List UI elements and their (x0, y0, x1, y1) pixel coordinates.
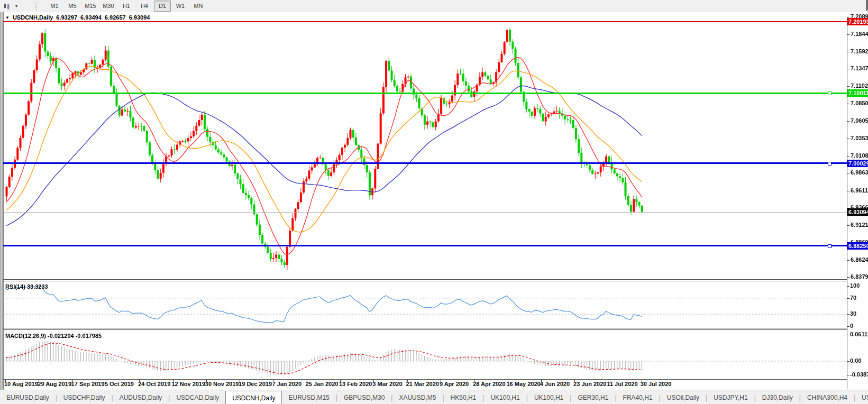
chart-tab-xauusd-m5[interactable]: XAUUSD,M5 (392, 390, 442, 404)
price-axis-label: 6.98630 (851, 169, 868, 176)
chart-tab-usdchf-daily[interactable]: USDCHF,Daily (57, 390, 112, 404)
ohlc-high: 6.93494 (80, 14, 102, 21)
timeframe-toolbar: ▼ M1M5M15M30H1H4D1W1MN (0, 0, 868, 13)
timeframe-button-mn[interactable]: MN (190, 1, 207, 12)
price-chart-canvas[interactable] (3, 22, 847, 279)
macd-pane-bottom-border (3, 379, 847, 380)
date-axis-label: 9 Apr 2020 (440, 381, 469, 387)
chart-tab-uk100-h1[interactable]: UK100,H1 (528, 390, 570, 404)
macd-axis-label: 0.061119 (850, 331, 868, 337)
chart-tab-eurusd-daily[interactable]: EURUSD,Daily (0, 390, 56, 404)
chevron-down-icon[interactable]: ▼ (14, 4, 19, 8)
chart-window: ▼ USDCNH,Daily 6.93297 6.93494 6.92657 6… (0, 12, 868, 390)
rsi-axis-label: 30 (850, 310, 856, 317)
chart-tab-usoil-h[interactable]: USOil,H (855, 390, 868, 404)
chart-tab-hk50-h1[interactable]: HK50,H1 (444, 390, 483, 404)
horizontal-level-line[interactable] (3, 93, 847, 94)
date-axis-label: 12 Nov 2019 (172, 381, 206, 387)
timeframe-button-m5[interactable]: M5 (64, 1, 81, 12)
price-axis-tick (847, 104, 849, 104)
price-axis-tick (847, 156, 849, 157)
chart-tab-usoil-daily[interactable]: USOil,Daily (661, 390, 706, 404)
date-axis-label: 28 Apr 2020 (473, 381, 505, 387)
timeframe-button-h4[interactable]: H4 (136, 1, 153, 12)
timeframe-button-m1[interactable]: M1 (46, 1, 63, 12)
chart-tab-uk100-h1[interactable]: UK100,H1 (484, 390, 526, 404)
price-axis-label: 7.11020 (851, 82, 868, 89)
rsi-indicator-canvas[interactable] (3, 281, 847, 328)
horizontal-level-line[interactable] (3, 162, 847, 164)
price-level-badge: 7.20193 (847, 18, 868, 25)
chart-tab-ger30-h1[interactable]: GER30,H1 (571, 390, 615, 404)
chart-tab-gbpusd-m30[interactable]: GBPUSD,M30 (337, 390, 391, 404)
line-drag-marker[interactable] (828, 91, 832, 95)
rsi-axis-tick (847, 298, 849, 299)
rsi-axis-tick (847, 326, 849, 327)
chart-tool-button[interactable]: ▼ (0, 0, 22, 12)
price-axis-label: 7.01080 (851, 152, 868, 159)
price-axis-tick (847, 225, 849, 226)
price-axis-tick (847, 17, 849, 17)
date-axis-label: 30 Nov 2019 (205, 381, 239, 387)
date-axis-label: 13 Feb 2020 (339, 381, 372, 387)
horizontal-level-line[interactable] (3, 245, 847, 246)
chart-tab-dj30-daily[interactable]: DJ30,Daily (756, 390, 799, 404)
date-axis-label: 24 Oct 2019 (138, 381, 170, 387)
macd-label: MACD(12,26,9) -0.021204 -0.017985 (5, 333, 102, 339)
ohlc-open: 6.93297 (56, 14, 77, 21)
date-axis-label: 10 Aug 2019 (4, 381, 38, 387)
price-level-badge: 6.88250 (847, 242, 868, 250)
macd-indicator-canvas[interactable] (3, 329, 847, 379)
chart-tab-eurusd-m15[interactable]: EURUSD,M15 (282, 390, 335, 404)
horizontal-level-line[interactable] (3, 21, 847, 22)
chart-tab-fra40-h1[interactable]: FRA40,H1 (617, 390, 659, 404)
timeframe-button-w1[interactable]: W1 (172, 1, 189, 12)
current-price-badge: 6.93094 (847, 208, 868, 216)
ohlc-low: 6.92657 (105, 14, 126, 21)
macd-axis-tick (847, 375, 849, 375)
rsi-axis-label: 100 (850, 282, 860, 289)
price-axis-label: 6.86240 (851, 256, 868, 263)
timeframe-button-m30[interactable]: M30 (100, 1, 117, 12)
price-level-badge: 7.10011 (847, 89, 868, 97)
current-price-line (3, 212, 847, 213)
date-axis-label: 16 May 2020 (507, 381, 541, 387)
chart-tab-audusd-daily[interactable]: AUDUSD,Daily (113, 390, 169, 404)
ohlc-close: 6.93094 (129, 14, 150, 21)
toolbar-grip-handle[interactable] (35, 3, 38, 10)
date-axis-label: 21 Mar 2020 (406, 381, 439, 387)
chart-tab-usdjpy-h1[interactable]: USDJPY,H1 (707, 390, 754, 404)
date-axis-label: 11 Jul 2020 (607, 381, 637, 387)
chart-tab-usdcnh-daily[interactable]: USDCNH,Daily (225, 391, 282, 404)
timeframe-button-d1[interactable]: D1 (154, 1, 171, 12)
price-axis-tick (847, 52, 849, 52)
timeframe-buttons: M1M5M15M30H1H4D1W1MN (45, 1, 207, 12)
toolbar-edge (866, 0, 868, 11)
rsi-label: RSI(14) 33.3233 (5, 283, 48, 290)
price-axis-label: 7.13470 (851, 65, 868, 71)
macd-axis-tick (847, 361, 849, 362)
price-axis-label: 7.03530 (851, 135, 868, 141)
macd-axis-label: 0.00 (850, 357, 861, 364)
price-axis-label: 7.15920 (851, 48, 868, 54)
line-drag-marker[interactable] (828, 162, 832, 166)
line-drag-marker[interactable] (828, 244, 832, 248)
chart-menu-icon[interactable]: ▼ (5, 15, 10, 20)
macd-axis-label: -0.038777 (850, 371, 868, 378)
price-axis-tick (847, 121, 849, 122)
price-axis-tick (847, 277, 849, 278)
date-axis-label: 7 Jan 2020 (272, 381, 301, 387)
chart-tab-bar: EURUSD,Daily|USDCHF,Daily|AUDUSD,Daily|U… (0, 390, 868, 404)
price-axis-tick (847, 173, 849, 173)
timeframe-button-m15[interactable]: M15 (82, 1, 99, 12)
date-axis-label: 25 Jan 2020 (306, 381, 339, 387)
price-axis-tick (847, 191, 849, 191)
timeframe-button-h1[interactable]: H1 (118, 1, 135, 12)
macd-axis-tick (847, 335, 849, 335)
chart-tab-china300-h4[interactable]: CHINA300,H4 (801, 390, 854, 404)
date-axis-label: 5 Oct 2019 (105, 381, 134, 387)
rsi-pane-bottom-border (3, 328, 847, 328)
price-axis-tick (847, 69, 849, 69)
chart-tab-usdcad-daily[interactable]: USDCAD,Daily (170, 390, 225, 404)
rsi-axis-tick (847, 286, 849, 287)
